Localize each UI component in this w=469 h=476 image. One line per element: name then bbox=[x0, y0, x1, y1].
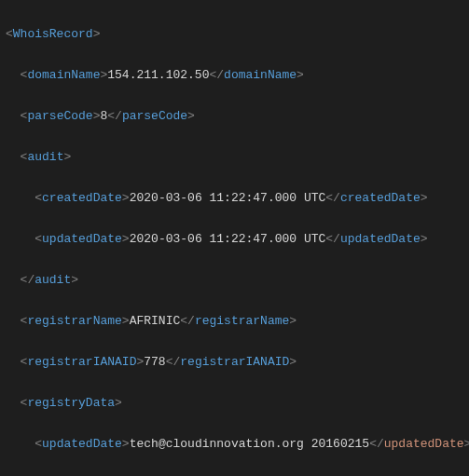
code-line: <WhoisRecord> bbox=[6, 24, 469, 45]
code-line: <registrarName>AFRINIC</registrarName> bbox=[6, 311, 469, 332]
code-line: <parseCode>8</parseCode> bbox=[6, 106, 469, 127]
code-line: <audit> bbox=[6, 147, 469, 168]
xml-code-block: <WhoisRecord> <domainName>154.211.102.50… bbox=[0, 0, 469, 476]
code-line: <updatedDate>2020-03-06 11:22:47.000 UTC… bbox=[6, 229, 469, 250]
code-line: <updatedDate>tech@cloudinnovation.org 20… bbox=[6, 434, 469, 455]
code-line: </audit> bbox=[6, 270, 469, 291]
code-line: <domainName>154.211.102.50</domainName> bbox=[6, 65, 469, 86]
code-line: <registryData> bbox=[6, 393, 469, 414]
code-line: <registrarIANAID>778</registrarIANAID> bbox=[6, 352, 469, 373]
code-line: <createdDate>2020-03-06 11:22:47.000 UTC… bbox=[6, 188, 469, 209]
